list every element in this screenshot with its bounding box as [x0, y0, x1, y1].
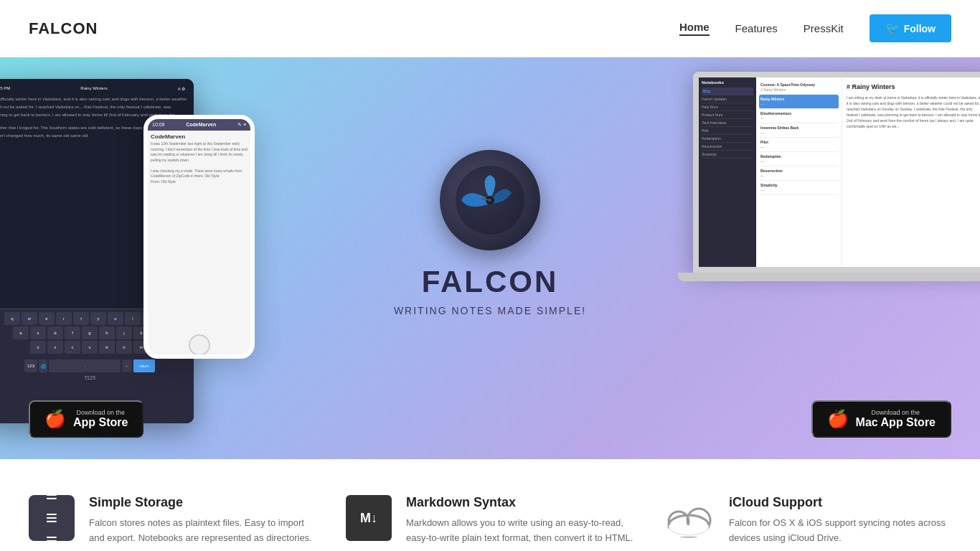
falcon-logo-svg — [454, 164, 526, 236]
feature-icloud: iCloud Support Falcon for OS X & iOS sup… — [663, 495, 951, 546]
cloud-icon-wrap — [663, 495, 715, 541]
feature-markdown-title: Markdown Syntax — [406, 495, 634, 510]
ios-app-store-button[interactable]: 🍎 Download on the App Store — [29, 400, 143, 438]
follow-button[interactable]: 🐦 Follow — [870, 14, 951, 42]
nav-logo: FALCON — [29, 19, 98, 38]
feature-markdown-desc: Markdown allows you to write using an ea… — [406, 516, 634, 546]
markdown-icon: M↓ — [346, 495, 392, 541]
apple-mac-icon: 🍎 — [827, 409, 849, 429]
feature-storage-title: Simple Storage — [89, 495, 317, 510]
feature-storage-desc: Falcon stores notes as plaintext files. … — [89, 516, 317, 546]
nav-link-presskit[interactable]: PressKit — [804, 22, 844, 34]
twitter-icon: 🐦 — [885, 22, 900, 35]
svg-rect-7 — [669, 525, 709, 537]
hero-logo — [440, 150, 540, 250]
storage-icon: ≡≡≡ — [29, 495, 75, 541]
feature-icloud-title: iCloud Support — [729, 495, 951, 510]
ios-store-small-text: Download on the — [73, 409, 128, 416]
navbar: FALCON Home Features PressKit 🐦 Follow — [0, 0, 980, 57]
nav-links: Home Features PressKit 🐦 Follow — [679, 14, 951, 42]
feature-markdown: M↓ Markdown Syntax Markdown allows you t… — [346, 495, 634, 546]
nav-link-home[interactable]: Home — [679, 21, 710, 36]
mac-app-store-button[interactable]: 🍎 Download on the Mac App Store — [811, 400, 951, 438]
device-laptop: Notebooks BlogFalcon UpdatesHelp DocsPro… — [693, 72, 980, 273]
feature-storage: ≡≡≡ Simple Storage Falcon stores notes a… — [29, 495, 317, 546]
hero-subtitle: WRITING NOTES MADE SIMPLE! — [394, 305, 586, 316]
apple-icon: 🍎 — [44, 409, 66, 429]
features-section: ≡≡≡ Simple Storage Falcon stores notes a… — [0, 459, 980, 551]
feature-icloud-desc: Falcon for OS X & iOS support syncing no… — [729, 516, 951, 546]
device-right-white: 10:09 CodeMarven ✎ ≡ CodeMarven It was 1… — [143, 115, 255, 359]
hero-section: 8:25 PM Rainy Winters A ⚙ it is official… — [0, 57, 980, 459]
ios-store-big-text: App Store — [73, 416, 128, 429]
cloud-icon — [663, 499, 715, 538]
store-buttons: 🍎 Download on the App Store 🍎 Download o… — [0, 400, 980, 438]
mac-store-small-text: Download on the — [856, 409, 936, 416]
mac-store-big-text: Mac App Store — [856, 416, 936, 429]
hero-center: FALCON WRITING NOTES MADE SIMPLE! — [394, 150, 586, 316]
hero-title: FALCON — [394, 265, 586, 299]
nav-link-features[interactable]: Features — [735, 22, 778, 34]
